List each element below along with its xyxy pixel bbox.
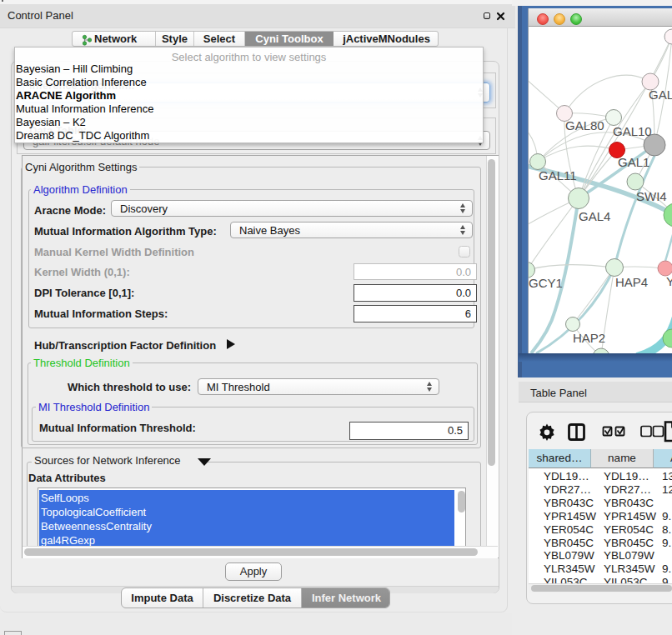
svg-text:HAP2: HAP2 [573, 331, 605, 345]
svg-text:HAP4: HAP4 [615, 275, 648, 289]
svg-text:GAL80: GAL80 [565, 118, 604, 132]
svg-text:GCY1: GCY1 [529, 276, 563, 290]
svg-text:SWI4: SWI4 [636, 189, 667, 203]
svg-text:GAL11: GAL11 [539, 168, 577, 182]
svg-text:GAL10: GAL10 [613, 124, 652, 138]
svg-text:YE: YE [666, 274, 672, 288]
svg-text:GAL1: GAL1 [618, 155, 649, 169]
svg-text:GAL4: GAL4 [579, 209, 610, 223]
svg-text:GAL7: GAL7 [649, 88, 672, 102]
